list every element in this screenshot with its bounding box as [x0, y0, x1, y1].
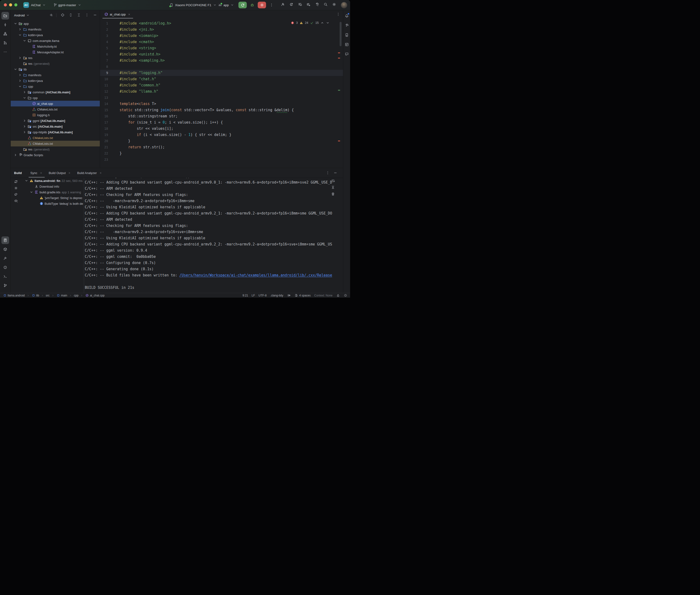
- avatar[interactable]: [341, 2, 347, 8]
- collapse-all-button[interactable]: [76, 13, 81, 18]
- tree-item-manifests[interactable]: manifests: [11, 72, 100, 78]
- build-tree-item[interactable]: llama.android: fin22 sec, 583 ms: [21, 178, 84, 183]
- tree-item-src[interactable]: src [AiChat.lib.main]: [11, 123, 100, 129]
- code-line-23[interactable]: 23: [100, 157, 343, 163]
- tree-item-res[interactable]: res (generated): [11, 146, 100, 152]
- code-line-5[interactable]: 5#include <string>: [100, 45, 343, 51]
- chevron-right-icon[interactable]: [18, 79, 22, 83]
- code-line-3[interactable]: 3#include <iomanip>: [100, 33, 343, 39]
- branch-selector[interactable]: ggml-master: [53, 3, 81, 7]
- tree-item-ggml[interactable]: ggml [AiChat.lib.main]: [11, 118, 100, 123]
- breadcrumb-item[interactable]: src: [46, 294, 50, 297]
- build-tree-item[interactable]: 'jvmTarget: String' is deprec: [21, 195, 84, 201]
- error-stripe-mark[interactable]: [338, 52, 340, 53]
- device-selector[interactable]: Xiaomi POCOPHONE F1: [170, 0, 217, 10]
- tree-item-mainactivity-kt[interactable]: MainActivity.kt: [11, 44, 100, 49]
- status-formatter[interactable]: [287, 293, 290, 298]
- editor-scrollbar[interactable]: [340, 22, 341, 46]
- build-variants-button[interactable]: [298, 3, 302, 8]
- tool-notifications-button[interactable]: [344, 12, 350, 20]
- tool-logcat-button[interactable]: [1, 236, 9, 244]
- soft-wrap-button[interactable]: [331, 179, 335, 183]
- stop-button[interactable]: [258, 2, 266, 8]
- scroll-to-end-button[interactable]: [331, 186, 335, 190]
- tree-item-res[interactable]: res: [11, 55, 100, 61]
- build-tree-item[interactable]: BuildType 'debug' is both de: [21, 201, 84, 206]
- code-line-18[interactable]: 18 str << values[i];: [100, 125, 343, 132]
- tree-item-cpp[interactable]: cpp: [11, 95, 100, 101]
- minimize-button[interactable]: [92, 13, 97, 18]
- chevron-down-icon[interactable]: [13, 22, 18, 26]
- prev-problem-icon[interactable]: [320, 21, 324, 25]
- chevron-right-icon[interactable]: [23, 90, 26, 94]
- search-button[interactable]: [324, 3, 328, 8]
- close-tab-icon[interactable]: [39, 171, 43, 175]
- change-stripe-mark[interactable]: [338, 90, 340, 91]
- tool-build-tool-button[interactable]: [1, 255, 9, 262]
- breadcrumb-item[interactable]: Cai_chat.cpp: [85, 293, 104, 298]
- debug-button[interactable]: [249, 2, 255, 8]
- code-line-9[interactable]: 9#include "logging.h": [100, 70, 343, 76]
- chevron-right-icon[interactable]: [18, 56, 22, 60]
- breadcrumb-item[interactable]: lib: [31, 293, 39, 298]
- tree-item-cmakelists-txt[interactable]: CMakeLists.txt: [11, 107, 100, 112]
- chevron-down-icon[interactable]: [23, 96, 26, 100]
- tree-item-ai-chat-cpp[interactable]: Cai_chat.cpp: [11, 101, 100, 107]
- eye-button[interactable]: [13, 198, 19, 204]
- build-hammer-button[interactable]: [281, 3, 285, 8]
- status-error-outline[interactable]: [343, 293, 347, 298]
- code-line-15[interactable]: 15static std::string join(const std::vec…: [100, 107, 343, 113]
- code-line-11[interactable]: 11#include "common.h": [100, 82, 343, 88]
- clear-all-button[interactable]: [331, 192, 335, 197]
- status-lf[interactable]: LF: [252, 294, 255, 297]
- close-tab-icon[interactable]: [128, 12, 131, 16]
- breadcrumb-item[interactable]: llama.android: [3, 293, 25, 298]
- code-line-22[interactable]: 22}: [100, 150, 343, 157]
- chevron-right-icon[interactable]: [18, 73, 22, 77]
- status-lock-open[interactable]: [336, 293, 340, 298]
- tool-problems-button[interactable]: [1, 263, 9, 271]
- code-line-2[interactable]: 2#include <jni.h>: [100, 26, 343, 33]
- status-9-21[interactable]: 9:21: [243, 294, 248, 297]
- tree-item-kotlin-java[interactable]: kotlin+java: [11, 78, 100, 84]
- attach-debugger-button[interactable]: [307, 3, 310, 8]
- tree-item-cpp[interactable]: cpp: [11, 84, 100, 89]
- build-tree-item[interactable]: Download info: [21, 183, 84, 189]
- close-tab-icon[interactable]: [68, 171, 72, 175]
- chevron-right-icon[interactable]: [18, 27, 22, 31]
- code-line-8[interactable]: 8: [100, 63, 343, 70]
- chevron-right-icon[interactable]: [23, 130, 26, 134]
- code-line-14[interactable]: 14template<class T>: [100, 101, 343, 107]
- tree-item-com-example-llama[interactable]: com.example.llama: [11, 38, 100, 44]
- chevron-down-icon[interactable]: [18, 85, 22, 88]
- inspections-widget[interactable]: 3 24 15: [290, 21, 330, 25]
- build-output-link[interactable]: /Users/hanyin/Workspace/ai-chat/examples…: [179, 273, 332, 277]
- tool-pull-requests-button[interactable]: [1, 39, 9, 47]
- status-4-spaces[interactable]: 4 spaces: [294, 293, 311, 298]
- refresh-button[interactable]: [13, 178, 19, 185]
- editor-options-icon[interactable]: [336, 12, 340, 16]
- tree-item-cmakelists-txt[interactable]: CMakeLists.txt: [11, 135, 100, 141]
- tool-device-explorer-button[interactable]: [344, 31, 350, 39]
- tree-item-manifests[interactable]: manifests: [11, 26, 100, 32]
- code-area[interactable]: 1#include <android/log.h>2#include <jni.…: [100, 19, 343, 168]
- build-tab-build-output[interactable]: Build Output: [46, 168, 74, 178]
- code-line-20[interactable]: 20 }: [100, 138, 343, 144]
- code-line-19[interactable]: 19 if (i < values.size() - 1) { str << d…: [100, 132, 343, 138]
- chevron-down-icon[interactable]: [18, 33, 22, 37]
- close-window-button[interactable]: [4, 3, 7, 6]
- run-configuration-selector[interactable]: app: [218, 0, 234, 10]
- tool-project-folder-button[interactable]: [1, 12, 9, 20]
- build-tree-item[interactable]: build.gradle.ktsapp 1 warning: [21, 189, 84, 195]
- target-button[interactable]: [60, 13, 64, 18]
- chevron-down-icon[interactable]: [23, 39, 26, 42]
- tool-app-insights-button[interactable]: [344, 50, 350, 58]
- tree-item-app[interactable]: app: [11, 21, 100, 26]
- stop-square-button[interactable]: [13, 185, 19, 191]
- error-stripe-mark[interactable]: [338, 140, 340, 141]
- chevron-right-icon[interactable]: [13, 153, 18, 157]
- error-stripe-mark[interactable]: [338, 58, 340, 59]
- tool-device-manager-button[interactable]: [1, 246, 9, 253]
- build-tab-sync[interactable]: Sync: [28, 168, 46, 178]
- plus-button[interactable]: [48, 13, 53, 18]
